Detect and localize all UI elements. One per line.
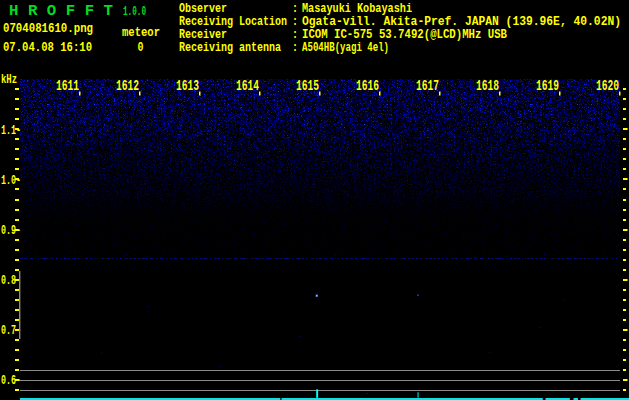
- svg-text:0704081610.png: 0704081610.png: [3, 21, 93, 36]
- svg-text:1618: 1618: [476, 78, 499, 95]
- svg-text:Ogata-vill. Akita-Pref. JAPAN: Ogata-vill. Akita-Pref. JAPAN (139.96E, …: [302, 15, 621, 29]
- svg-text:1612: 1612: [116, 78, 139, 95]
- svg-text:1.0-: 1.0-: [1, 173, 21, 188]
- svg-text:Observer: Observer: [179, 2, 227, 16]
- svg-text:Masayuki Kobayashi: Masayuki Kobayashi: [302, 2, 412, 16]
- svg-text:1611: 1611: [56, 78, 79, 95]
- svg-text:1619: 1619: [536, 78, 559, 95]
- svg-text:meteor: meteor: [122, 25, 160, 40]
- svg-text::: :: [292, 2, 298, 16]
- svg-text:0: 0: [138, 40, 144, 55]
- svg-text:0.8-: 0.8-: [1, 273, 21, 288]
- svg-text:0.6-: 0.6-: [1, 373, 21, 388]
- svg-text:1616: 1616: [356, 78, 379, 95]
- svg-text:Receiver: Receiver: [179, 28, 227, 42]
- svg-text:1.0.0: 1.0.0: [123, 4, 146, 19]
- svg-text::: :: [292, 15, 298, 29]
- svg-text:0.7-: 0.7-: [1, 323, 21, 338]
- svg-text:07.04.08 16:10: 07.04.08 16:10: [3, 40, 92, 55]
- svg-text::: :: [292, 41, 298, 55]
- svg-text:1617: 1617: [416, 78, 439, 95]
- svg-text::: :: [292, 28, 298, 42]
- svg-text:0.9-: 0.9-: [1, 223, 21, 238]
- svg-text:H R O F F T: H R O F F T: [9, 3, 113, 19]
- svg-text:Receiving antenna: Receiving antenna: [179, 41, 281, 55]
- svg-text:1615: 1615: [296, 78, 319, 95]
- svg-text:1613: 1613: [176, 78, 199, 95]
- svg-text:1620: 1620: [596, 78, 619, 95]
- svg-text:A504HB(yagi 4el): A504HB(yagi 4el): [302, 41, 389, 55]
- svg-text:Receiving Location: Receiving Location: [179, 15, 287, 29]
- svg-text:kHz: kHz: [1, 73, 17, 87]
- svg-text:1.1-: 1.1-: [1, 123, 21, 138]
- svg-text:ICOM IC-575 53.7492(@LCD)MHz U: ICOM IC-575 53.7492(@LCD)MHz USB: [302, 28, 507, 42]
- svg-text:1614: 1614: [236, 78, 259, 95]
